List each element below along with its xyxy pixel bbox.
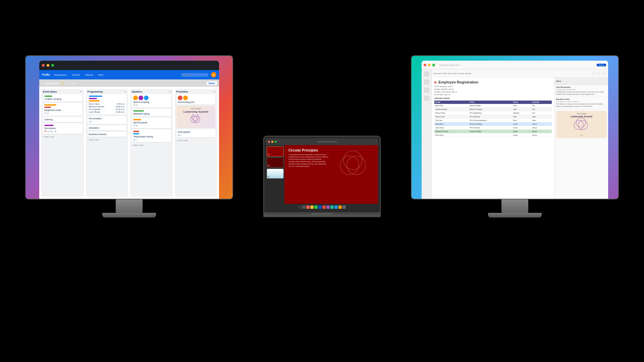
list-item[interactable]: Catering (43, 117, 82, 122)
leadership-summit-title: Leadership Summit (178, 110, 214, 114)
list-item[interactable]: Invite graphic 🔗 7 (176, 129, 216, 137)
toolbar-app-icon[interactable] (306, 205, 310, 209)
title-dot-icon (434, 81, 436, 83)
list-item[interactable]: Full schedule 🔗 1 (88, 116, 127, 124)
trello-logo: Trello (42, 73, 50, 76)
avatar: JL (211, 72, 216, 77)
list-item[interactable]: Equipment rental ☰ 2/5 (43, 103, 82, 116)
svg-point-8 (343, 151, 362, 170)
speakers-column: Speakers ··· Speech scripting ☰ 2/5 (130, 89, 173, 197)
list-item[interactable]: Activations (88, 125, 127, 130)
close-icon[interactable] (268, 141, 270, 143)
sidebar-comments-icon[interactable] (424, 87, 429, 93)
chat-sender-name: Alex Brownstein (556, 86, 607, 88)
toolbar-app-icon[interactable] (322, 205, 326, 209)
toolbar-app-icon[interactable] (330, 205, 334, 209)
maximize-icon[interactable] (432, 64, 435, 66)
toolbar-icon[interactable] (592, 71, 596, 75)
list-item[interactable]: Doors Open9:15 a.m. Welcome Speech10:00 … (88, 94, 127, 115)
toolbar-app-icon[interactable] (310, 205, 314, 209)
toolbar-app-icon[interactable] (298, 205, 302, 209)
board-view[interactable]: Board (71, 82, 76, 84)
nav-recent[interactable]: Recent (71, 73, 81, 77)
leadership-summit-card-right[interactable]: You're invited Leadership Summit Q1 (556, 111, 607, 138)
document-title: Employee Registration (434, 80, 552, 84)
monitor-base (488, 213, 542, 218)
leadership-summit-card[interactable]: You're invited Leadership Summit (176, 106, 216, 128)
doc-content: Employee Registration RSVP deadline: Apr… (432, 77, 554, 199)
toolbar-app-icon[interactable] (342, 205, 346, 209)
url-bar (317, 141, 337, 142)
table-row: Rose Anne Guest Venue (434, 133, 552, 137)
attendees-table: NAME TITLE ROLE ACCESS Brian Park (434, 101, 552, 137)
table-row: Bridget O'Conner Head of People Guest Ve… (434, 130, 552, 133)
search-input[interactable] (181, 73, 208, 77)
minimize-icon[interactable] (47, 64, 49, 67)
toolbar-app-icon[interactable] (314, 205, 318, 209)
list-item[interactable]: Decorations ⏰ 10 Dec🔗 (43, 123, 82, 134)
slide-circles-icon (338, 150, 368, 180)
maximize-icon[interactable] (275, 141, 277, 143)
left-monitor: Trello Workspaces Recent Starred More JL… (25, 55, 233, 220)
list-item[interactable]: Teleprompter testing 🔗 1 (132, 129, 171, 142)
add-card-button[interactable]: + Add a card (88, 138, 127, 141)
list-item[interactable]: Breakout sessions (88, 132, 127, 137)
slide-thumbnail[interactable]: 03 (267, 169, 284, 179)
nav-starred[interactable]: Starred (84, 73, 94, 77)
col-role: ROLE (512, 101, 531, 104)
laptop-content: 01 02 03 Circular Principles Incorporati… (266, 145, 378, 204)
add-card-button[interactable]: + Add a card (132, 143, 171, 147)
table-row: Jasmine Garcia Head of Creative Host Ful… (434, 108, 552, 111)
chat-sender-name: Brandon Curtis (556, 98, 607, 100)
close-icon[interactable] (42, 64, 45, 67)
toolbar-app-icon[interactable] (326, 205, 330, 209)
maximize-icon[interactable] (51, 64, 54, 67)
sidebar-pages-icon[interactable] (424, 79, 429, 85)
trello-navbar: Trello Workspaces Recent Starred More JL (39, 70, 219, 79)
toolbar-icon[interactable] (597, 71, 601, 75)
toolbar-app-icon[interactable] (318, 205, 322, 209)
slide-thumbnail[interactable]: 02 (267, 158, 284, 168)
doc-toolbar: Document Edit View Insert Format Arrange (432, 69, 608, 77)
list-item[interactable]: Internal blog post (176, 94, 216, 105)
trello-columns: Event Space ··· Location scouting Equipm… (39, 87, 219, 199)
ls-card-title: Leadership Summit (558, 115, 605, 118)
slide-thumbnail[interactable]: 01 (267, 146, 284, 157)
chat-message[interactable]: Brandon Curtis The webinar at long is ab… (555, 97, 608, 109)
laptop-titlebar (266, 138, 378, 145)
share-button[interactable]: Share (597, 64, 606, 66)
doc-meta-budget: Budget deadline: April 9 (434, 88, 552, 90)
trello-titlebar (39, 61, 219, 70)
nav-more[interactable]: More (97, 73, 105, 77)
right-monitor: Employee Registration Share Document Edi… (411, 55, 619, 220)
chat-message[interactable]: Alex Brownstein Following the virtual ev… (555, 85, 608, 97)
monitor-stand (116, 199, 143, 213)
doc-sidebar (422, 69, 432, 199)
laptop-base (263, 213, 381, 217)
trello-ui: Trello Workspaces Recent Starred More JL… (39, 61, 219, 199)
list-item[interactable]: Special guests ☰ 4/6 (132, 118, 171, 128)
table-row: Rosa Brice Head of Strategy Guest Venue (434, 122, 552, 126)
list-item[interactable]: Wardrobe styling (132, 109, 171, 116)
toolbar-app-icon[interactable] (334, 205, 338, 209)
nav-workspaces[interactable]: Workspaces (53, 73, 68, 77)
minimize-icon[interactable] (428, 64, 431, 66)
sidebar-settings-icon[interactable] (424, 96, 429, 101)
slide-body: Incorporating diverse leadership princip… (288, 154, 329, 168)
list-item[interactable]: Location scouting (43, 94, 82, 102)
chat-message-text: Following the virtual event announcement… (556, 91, 607, 95)
table-row: Tina Gee VP of Communications Host View (434, 119, 552, 122)
share-button[interactable]: Share (207, 81, 217, 85)
column-header-promotion: Promotion ··· (176, 90, 216, 93)
chat-panel: Inbox Alex Brownstein Following the virt… (554, 77, 608, 199)
list-item[interactable]: Speech scripting ☰ 2/5 (132, 94, 171, 108)
minimize-icon[interactable] (271, 141, 273, 143)
toolbar-icon[interactable] (602, 71, 606, 75)
add-card-button[interactable]: + Add a card (176, 139, 216, 142)
close-icon[interactable] (424, 64, 426, 66)
toolbar-app-icon[interactable] (302, 205, 306, 209)
chat-panel-header: Inbox (555, 77, 608, 85)
toolbar-app-icon[interactable] (338, 205, 342, 209)
add-card-button[interactable]: + Add a card (43, 135, 82, 138)
sidebar-home-icon[interactable] (424, 71, 429, 77)
